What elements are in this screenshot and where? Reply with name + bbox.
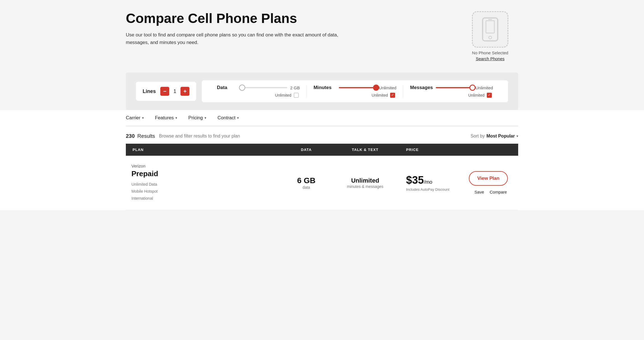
svg-rect-3: [488, 19, 492, 20]
minutes-unlimited-checkbox[interactable]: [390, 93, 395, 98]
messages-unlimited-label: Unlimited: [468, 93, 485, 97]
filter-nav-pricing[interactable]: Pricing ▾: [183, 110, 212, 126]
minutes-label: Minutes: [314, 85, 336, 90]
col-data: DATA: [283, 144, 330, 156]
compare-link[interactable]: Compare: [490, 190, 507, 194]
data-unlimited-checkbox[interactable]: [294, 93, 299, 98]
header-section: Compare Cell Phone Plans Use our tool to…: [126, 11, 518, 61]
lines-section: Lines − 1 +: [136, 82, 196, 101]
page-subtitle: Use our tool to find and compare cell ph…: [126, 31, 350, 46]
action-cell: View Plan Save Compare: [463, 156, 518, 210]
view-plan-button[interactable]: View Plan: [469, 171, 508, 186]
minutes-track: [339, 87, 376, 88]
messages-value: Unlimited: [475, 85, 493, 90]
messages-fill: [436, 87, 473, 88]
col-price: PRICE: [400, 144, 463, 156]
lines-value: 1: [172, 89, 178, 94]
plan-name: Prepaid: [131, 169, 277, 178]
data-value: 2 GB: [290, 85, 300, 90]
data-cell: 6 GB data: [283, 156, 330, 210]
plan-carrier: Verizon: [131, 164, 277, 168]
messages-unlimited-checkbox[interactable]: [487, 93, 492, 98]
results-subtitle: Browse and filter results to find your p…: [159, 134, 240, 139]
data-slider-group: Data 2 GB Unlimited: [210, 85, 307, 98]
minutes-thumb[interactable]: [373, 85, 379, 91]
results-header: 230 Results Browse and filter results to…: [126, 126, 518, 144]
messages-thumb[interactable]: [469, 85, 476, 91]
search-phones-link[interactable]: Search Phones: [476, 56, 505, 61]
plan-cell: Verizon Prepaid Unlimited Data Mobile Ho…: [126, 156, 283, 210]
messages-label: Messages: [410, 85, 433, 90]
table-body: Verizon Prepaid Unlimited Data Mobile Ho…: [126, 156, 518, 210]
phone-icon: [480, 17, 500, 42]
lines-plus-button[interactable]: +: [180, 87, 189, 96]
no-phone-text: No Phone Selected: [462, 50, 518, 55]
messages-slider-group: Messages Unlimited Unlimited: [403, 85, 500, 98]
lower-inner: Carrier ▾ Features ▾ Pricing ▾ Contract …: [112, 110, 532, 210]
plan-price-mo: /mo: [424, 179, 432, 185]
pricing-chevron-icon: ▾: [205, 116, 206, 120]
features-chevron-icon: ▾: [175, 116, 177, 120]
minutes-slider-group: Minutes Unlimited Unlimited: [307, 85, 404, 98]
minutes-unlimited-label: Unlimited: [372, 93, 388, 97]
plan-actions: Save Compare: [469, 190, 513, 194]
svg-rect-0: [483, 18, 498, 41]
plan-talk-value: Unlimited: [335, 177, 395, 184]
sort-dropdown-icon: ▾: [516, 134, 518, 138]
contract-chevron-icon: ▾: [237, 116, 239, 120]
col-action: [463, 144, 518, 156]
filter-nav-carrier[interactable]: Carrier ▾: [126, 110, 149, 126]
plan-price-value: $35: [406, 174, 424, 186]
filter-nav: Carrier ▾ Features ▾ Pricing ▾ Contract …: [126, 110, 518, 126]
price-cell: $35/mo Includes AutoPay Discount: [400, 156, 463, 210]
col-talk: TALK & TEXT: [330, 144, 400, 156]
lines-label: Lines: [143, 89, 156, 94]
header-text: Compare Cell Phone Plans Use our tool to…: [126, 11, 350, 46]
save-link[interactable]: Save: [474, 190, 484, 194]
plans-table: PLAN DATA TALK & TEXT PRICE Verizon Prep…: [126, 144, 518, 210]
data-fill: [242, 87, 287, 88]
svg-rect-1: [486, 21, 494, 33]
phone-icon-container: [472, 11, 508, 48]
data-unlimited-label: Unlimited: [275, 93, 291, 97]
plan-features: Unlimited Data Mobile Hotspot Internatio…: [131, 181, 277, 202]
table-row: Verizon Prepaid Unlimited Data Mobile Ho…: [126, 156, 518, 210]
data-track: [242, 87, 287, 88]
lines-minus-button[interactable]: −: [160, 87, 169, 96]
phone-widget: No Phone Selected Search Phones: [462, 11, 518, 61]
sliders-section: Data 2 GB Unlimited Minutes: [202, 80, 508, 102]
lower-section: Carrier ▾ Features ▾ Pricing ▾ Contract …: [0, 110, 644, 210]
plan-data-value: 6 GB: [288, 176, 324, 185]
carrier-chevron-icon: ▾: [142, 116, 144, 120]
data-label: Data: [217, 85, 239, 90]
results-count: 230 Results: [126, 133, 155, 139]
data-thumb[interactable]: [239, 85, 245, 91]
messages-track: [436, 87, 473, 88]
plan-price-note: Includes AutoPay Discount: [406, 187, 458, 192]
plan-data-label: data: [288, 185, 324, 190]
talk-cell: Unlimited minutes & messages: [330, 156, 400, 210]
minutes-value: Unlimited: [379, 85, 397, 90]
table-header: PLAN DATA TALK & TEXT PRICE: [126, 144, 518, 156]
col-plan: PLAN: [126, 144, 283, 156]
results-meta: 230 Results Browse and filter results to…: [126, 133, 240, 139]
filter-bar: Lines − 1 + Data 2 GB Unlimited: [126, 73, 518, 110]
minutes-fill: [339, 87, 376, 88]
page-title: Compare Cell Phone Plans: [126, 11, 350, 26]
page-container: Compare Cell Phone Plans Use our tool to…: [112, 0, 532, 110]
filter-nav-features[interactable]: Features ▾: [149, 110, 183, 126]
plan-talk-label: minutes & messages: [335, 184, 395, 189]
sort-by[interactable]: Sort by Most Popular ▾: [471, 134, 518, 139]
filter-nav-contract[interactable]: Contract ▾: [212, 110, 244, 126]
svg-point-2: [489, 36, 492, 39]
